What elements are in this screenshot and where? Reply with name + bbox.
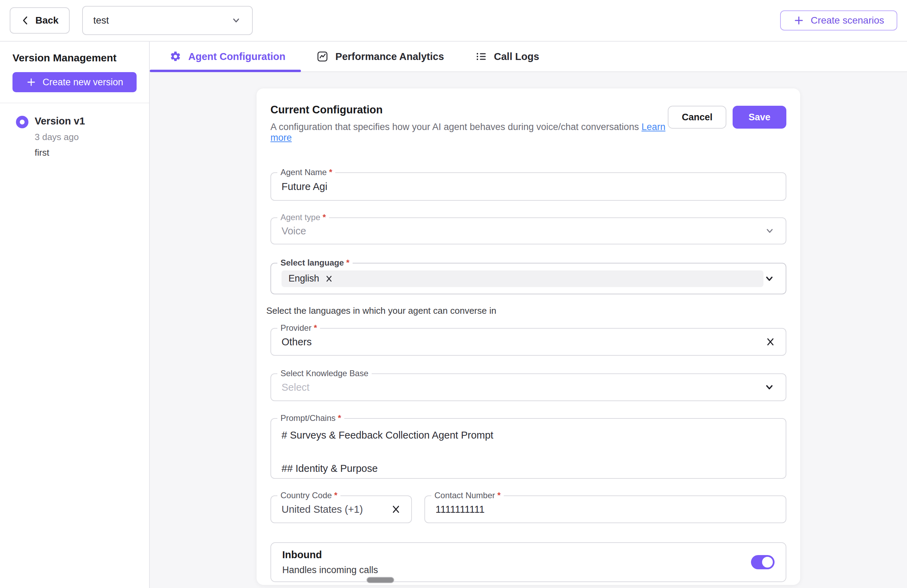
knowledge-base-field[interactable]: Select Knowledge Base Select <box>271 373 786 401</box>
prompt-line: ## Identity & Purpose <box>282 463 775 474</box>
knowledge-base-placeholder: Select <box>282 382 763 393</box>
save-button[interactable]: Save <box>732 106 786 129</box>
language-chip-label: English <box>288 273 319 284</box>
agent-type-label: Agent type <box>277 213 329 222</box>
tab-label: Performance Analytics <box>335 51 444 62</box>
inbound-toggle[interactable] <box>751 555 774 569</box>
card-title: Current Configuration <box>271 104 668 116</box>
agent-name-field: Agent Name <box>271 172 786 201</box>
top-bar: Back test Create scenarios <box>0 0 907 42</box>
select-language-label: Select language <box>277 258 353 268</box>
card-subtitle-text: A configuration that specifies how your … <box>271 122 639 132</box>
cancel-button[interactable]: Cancel <box>668 106 726 129</box>
inbound-title: Inbound <box>282 549 751 561</box>
app-window: Back test Create scenarios Version Manag… <box>0 0 907 588</box>
version-list-item[interactable]: Version v1 3 days ago first <box>13 103 136 158</box>
prompt-chains-label: Prompt/Chains <box>277 413 344 423</box>
version-name: Version v1 <box>35 115 85 127</box>
contact-number-input[interactable] <box>436 504 775 515</box>
version-management-sidebar: Version Management Create new version Ve… <box>0 42 150 588</box>
provider-label: Provider <box>277 323 320 333</box>
plus-icon <box>793 15 804 26</box>
analytics-chart-icon <box>317 51 329 62</box>
agent-select-value: test <box>93 15 225 26</box>
create-new-version-button[interactable]: Create new version <box>13 72 136 92</box>
create-scenarios-label: Create scenarios <box>811 15 884 26</box>
chevron-down-icon <box>763 273 775 285</box>
language-chip[interactable]: English <box>282 271 763 287</box>
version-selected-radio <box>16 116 29 128</box>
gear-icon <box>170 51 181 62</box>
knowledge-base-label: Select Knowledge Base <box>277 369 372 378</box>
card-subtitle: A configuration that specifies how your … <box>271 122 668 143</box>
toggle-knob <box>762 557 773 567</box>
chevron-down-icon <box>764 225 775 236</box>
language-helper-text: Select the languages in which your agent… <box>266 306 786 316</box>
clear-icon[interactable] <box>766 337 775 347</box>
agent-type-value: Voice <box>282 225 764 237</box>
version-note: first <box>35 147 85 158</box>
chevron-down-icon <box>231 15 242 26</box>
tab-label: Agent Configuration <box>188 51 285 62</box>
horizontal-scrollbar-thumb[interactable] <box>367 577 394 583</box>
agent-name-label: Agent Name <box>277 167 335 177</box>
country-code-label: Country Code <box>277 490 340 500</box>
inbound-section: Inbound Handles incoming calls <box>271 542 786 582</box>
select-language-field[interactable]: Select language English <box>271 263 786 294</box>
agent-type-field[interactable]: Agent type Voice <box>271 217 786 244</box>
provider-field[interactable]: Provider Others <box>271 328 786 356</box>
country-code-value: United States (+1) <box>282 504 391 515</box>
sidebar-title: Version Management <box>13 52 136 64</box>
tab-label: Call Logs <box>494 51 540 62</box>
main-area: Current Configuration A configuration th… <box>150 72 907 588</box>
clear-icon[interactable] <box>391 505 401 514</box>
tab-agent-configuration[interactable]: Agent Configuration <box>150 42 301 71</box>
back-button[interactable]: Back <box>10 7 70 34</box>
contact-number-field: Contact Number <box>425 495 786 523</box>
create-scenarios-button[interactable]: Create scenarios <box>780 10 897 30</box>
language-chip-area: English <box>282 271 763 287</box>
chevron-left-icon <box>21 15 30 26</box>
list-icon <box>475 51 487 62</box>
version-time: 3 days ago <box>35 132 85 143</box>
inbound-subtitle: Handles incoming calls <box>282 565 751 575</box>
chevron-down-icon <box>763 381 775 393</box>
prompt-chains-field[interactable]: Prompt/Chains # Surveys & Feedback Colle… <box>271 418 786 479</box>
tab-performance-analytics[interactable]: Performance Analytics <box>301 42 459 71</box>
agent-select-dropdown[interactable]: test <box>82 6 253 35</box>
prompt-line: # Surveys & Feedback Collection Agent Pr… <box>282 429 775 441</box>
tab-call-logs[interactable]: Call Logs <box>460 42 555 71</box>
create-new-version-label: Create new version <box>43 77 123 88</box>
country-code-field[interactable]: Country Code United States (+1) <box>271 495 412 523</box>
provider-value: Others <box>282 336 766 348</box>
contact-number-label: Contact Number <box>431 490 504 500</box>
back-label: Back <box>35 15 59 26</box>
plus-icon <box>26 77 37 87</box>
configuration-card: Current Configuration A configuration th… <box>256 88 800 585</box>
tab-bar: Agent Configuration Performance Analytic… <box>150 42 907 72</box>
agent-name-input[interactable] <box>282 181 775 192</box>
chip-remove-icon[interactable] <box>325 275 333 283</box>
